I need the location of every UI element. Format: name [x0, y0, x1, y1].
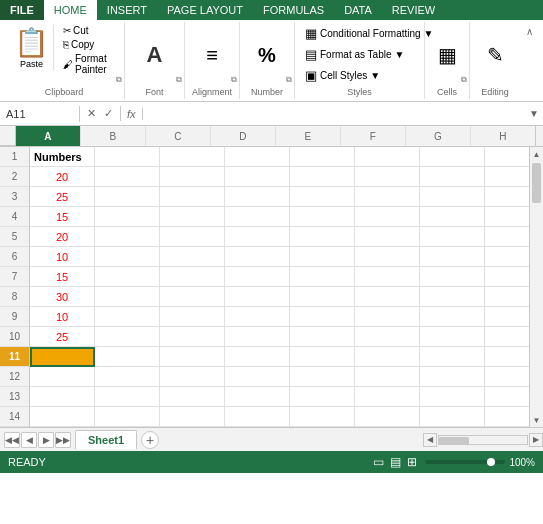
cell-e14[interactable]: [290, 407, 355, 427]
cell-d2[interactable]: [225, 167, 290, 187]
cell-g13[interactable]: [420, 387, 485, 407]
cell-b6[interactable]: [95, 247, 160, 267]
scroll-thumb[interactable]: [532, 163, 541, 203]
cells-button[interactable]: ▦: [432, 43, 462, 67]
row-num-6[interactable]: 6: [0, 247, 29, 267]
row-num-10[interactable]: 10: [0, 327, 29, 347]
cell-b2[interactable]: [95, 167, 160, 187]
cell-f14[interactable]: [355, 407, 420, 427]
cell-f3[interactable]: [355, 187, 420, 207]
cell-a13[interactable]: [30, 387, 95, 407]
home-tab[interactable]: HOME: [44, 0, 97, 20]
scroll-track[interactable]: [530, 161, 543, 413]
col-header-f[interactable]: F: [341, 126, 406, 146]
row-num-3[interactable]: 3: [0, 187, 29, 207]
zoom-thumb[interactable]: [487, 458, 495, 466]
col-header-g[interactable]: G: [406, 126, 471, 146]
cell-c7[interactable]: [160, 267, 225, 287]
cell-b9[interactable]: [95, 307, 160, 327]
add-sheet-button[interactable]: +: [141, 431, 159, 449]
col-header-c[interactable]: C: [146, 126, 211, 146]
row-num-4[interactable]: 4: [0, 207, 29, 227]
cell-d12[interactable]: [225, 367, 290, 387]
scroll-up-arrow[interactable]: ▲: [530, 147, 543, 161]
formulas-tab[interactable]: FORMULAS: [253, 0, 334, 20]
cell-d14[interactable]: [225, 407, 290, 427]
cell-a4[interactable]: 15: [30, 207, 95, 227]
hscroll-left-arrow[interactable]: ◀: [423, 433, 437, 447]
review-tab[interactable]: REVIEW: [382, 0, 445, 20]
cell-g4[interactable]: [420, 207, 485, 227]
sheet-nav-first[interactable]: ◀◀: [4, 432, 20, 448]
cell-h4[interactable]: [485, 207, 529, 227]
cut-button[interactable]: ✂ Cut: [60, 24, 118, 37]
ribbon-collapse-button[interactable]: ∧: [522, 24, 537, 39]
cell-e6[interactable]: [290, 247, 355, 267]
cell-a2[interactable]: 20: [30, 167, 95, 187]
cell-c8[interactable]: [160, 287, 225, 307]
cell-b10[interactable]: [95, 327, 160, 347]
sheet-nav-next[interactable]: ▶: [38, 432, 54, 448]
cell-e7[interactable]: [290, 267, 355, 287]
horizontal-scrollbar[interactable]: ◀ ▶: [423, 433, 543, 447]
cell-d7[interactable]: [225, 267, 290, 287]
cell-c5[interactable]: [160, 227, 225, 247]
cell-d9[interactable]: [225, 307, 290, 327]
cell-g10[interactable]: [420, 327, 485, 347]
cell-h14[interactable]: [485, 407, 529, 427]
cell-c6[interactable]: [160, 247, 225, 267]
row-num-9[interactable]: 9: [0, 307, 29, 327]
cell-f12[interactable]: [355, 367, 420, 387]
cell-f6[interactable]: [355, 247, 420, 267]
cell-c14[interactable]: [160, 407, 225, 427]
format-table-dropdown[interactable]: ▼: [395, 49, 405, 60]
cell-f1[interactable]: [355, 147, 420, 167]
col-header-d[interactable]: D: [211, 126, 276, 146]
cell-a1[interactable]: Numbers: [30, 147, 95, 167]
cell-f7[interactable]: [355, 267, 420, 287]
status-page-layout-icon[interactable]: ▤: [390, 455, 401, 469]
cell-c13[interactable]: [160, 387, 225, 407]
formula-input[interactable]: [143, 106, 526, 122]
data-tab[interactable]: DATA: [334, 0, 382, 20]
row-num-14[interactable]: 14: [0, 407, 29, 427]
cell-h2[interactable]: [485, 167, 529, 187]
cell-a3[interactable]: 25: [30, 187, 95, 207]
row-num-5[interactable]: 5: [0, 227, 29, 247]
cell-b8[interactable]: [95, 287, 160, 307]
col-header-e[interactable]: E: [276, 126, 341, 146]
cell-f4[interactable]: [355, 207, 420, 227]
cell-g7[interactable]: [420, 267, 485, 287]
cell-h5[interactable]: [485, 227, 529, 247]
cell-f8[interactable]: [355, 287, 420, 307]
cell-b11[interactable]: [95, 347, 160, 367]
editing-button[interactable]: ✎: [480, 43, 510, 67]
cell-f2[interactable]: [355, 167, 420, 187]
alignment-button[interactable]: ≡: [197, 43, 227, 67]
cell-e13[interactable]: [290, 387, 355, 407]
row-num-13[interactable]: 13: [0, 387, 29, 407]
cell-b12[interactable]: [95, 367, 160, 387]
col-header-b[interactable]: B: [81, 126, 146, 146]
cell-c1[interactable]: [160, 147, 225, 167]
font-expand-icon[interactable]: ⧉: [176, 75, 182, 85]
cell-f10[interactable]: [355, 327, 420, 347]
format-as-table-button[interactable]: ▤ Format as Table ▼: [301, 45, 408, 64]
row-num-2[interactable]: 2: [0, 167, 29, 187]
row-num-12[interactable]: 12: [0, 367, 29, 387]
vertical-scrollbar[interactable]: ▲ ▼: [529, 147, 543, 427]
cell-g1[interactable]: [420, 147, 485, 167]
file-tab[interactable]: FILE: [0, 0, 44, 20]
cell-c2[interactable]: [160, 167, 225, 187]
status-normal-view-icon[interactable]: ▭: [373, 455, 384, 469]
clipboard-expand-icon[interactable]: ⧉: [116, 75, 122, 85]
cell-e2[interactable]: [290, 167, 355, 187]
insert-tab[interactable]: INSERT: [97, 0, 157, 20]
cell-g14[interactable]: [420, 407, 485, 427]
cell-h6[interactable]: [485, 247, 529, 267]
cell-e11[interactable]: [290, 347, 355, 367]
cell-c4[interactable]: [160, 207, 225, 227]
cell-a14[interactable]: [30, 407, 95, 427]
cell-b7[interactable]: [95, 267, 160, 287]
cell-h11[interactable]: [485, 347, 529, 367]
